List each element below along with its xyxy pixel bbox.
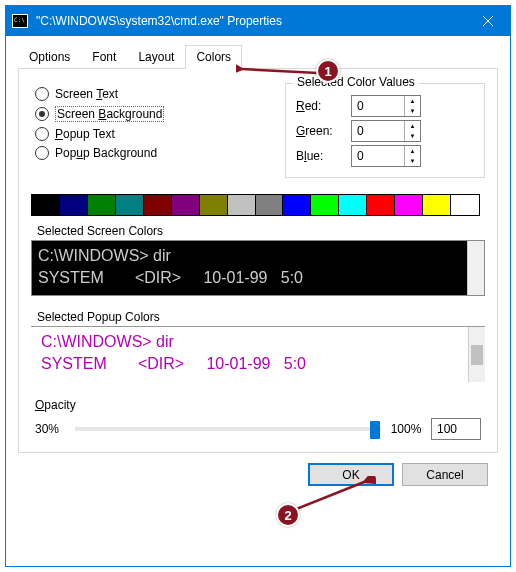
swatch-10[interactable] [311, 195, 339, 215]
swatch-6[interactable] [200, 195, 228, 215]
label-screen-preview: Selected Screen Colors [37, 224, 485, 238]
opacity-input[interactable] [431, 418, 481, 440]
ok-button[interactable]: OK [308, 463, 394, 486]
preview-screen: C:\WINDOWS> dir SYSTEM <DIR> 10-01-99 5:… [31, 240, 485, 296]
green-up-icon[interactable]: ▲ [405, 121, 420, 131]
scrollbar[interactable] [468, 327, 485, 382]
red-down-icon[interactable]: ▼ [405, 106, 420, 116]
dialog-footer: OK Cancel [18, 453, 498, 486]
label-blue: Blue: [296, 149, 351, 163]
opacity-group: Opacity 30% 100% [31, 398, 485, 440]
tabs: Options Font Layout Colors [18, 44, 498, 69]
opacity-slider[interactable] [75, 419, 381, 439]
swatch-8[interactable] [256, 195, 284, 215]
green-down-icon[interactable]: ▼ [405, 131, 420, 141]
opacity-min: 30% [35, 422, 75, 436]
spinner-green[interactable]: 0 ▲▼ [351, 120, 421, 142]
swatch-11[interactable] [339, 195, 367, 215]
color-target-radios: Screen Text Screen Background Popup Text… [31, 83, 285, 178]
swatch-15[interactable] [451, 195, 479, 215]
properties-window: "C:\WINDOWS\system32\cmd.exe" Properties… [5, 5, 511, 567]
preview-popup: C:\WINDOWS> dir SYSTEM <DIR> 10-01-99 5:… [31, 326, 485, 382]
swatch-9[interactable] [283, 195, 311, 215]
titlebar: "C:\WINDOWS\system32\cmd.exe" Properties [6, 6, 510, 36]
radio-popup-text[interactable]: Popup Text [35, 127, 285, 141]
swatch-3[interactable] [116, 195, 144, 215]
cmd-icon [12, 14, 28, 28]
swatch-14[interactable] [423, 195, 451, 215]
radio-popup-background[interactable]: Popup Background [35, 146, 285, 160]
color-palette [31, 194, 480, 216]
spinner-blue[interactable]: 0 ▲▼ [351, 145, 421, 167]
tab-font[interactable]: Font [81, 45, 127, 69]
swatch-4[interactable] [144, 195, 172, 215]
swatch-7[interactable] [228, 195, 256, 215]
tab-page-colors: Screen Text Screen Background Popup Text… [18, 69, 498, 453]
radio-screen-text[interactable]: Screen Text [35, 87, 285, 101]
swatch-12[interactable] [367, 195, 395, 215]
window-title: "C:\WINDOWS\system32\cmd.exe" Properties [36, 14, 465, 28]
spinner-red[interactable]: 0 ▲▼ [351, 95, 421, 117]
scrollbar[interactable] [467, 241, 484, 295]
swatch-13[interactable] [395, 195, 423, 215]
red-up-icon[interactable]: ▲ [405, 96, 420, 106]
swatch-1[interactable] [60, 195, 88, 215]
tab-layout[interactable]: Layout [127, 45, 185, 69]
swatch-0[interactable] [32, 195, 60, 215]
label-popup-preview: Selected Popup Colors [37, 310, 485, 324]
swatch-2[interactable] [88, 195, 116, 215]
radio-screen-background[interactable]: Screen Background [35, 106, 285, 122]
annotation-badge-1: 1 [316, 59, 340, 83]
tab-options[interactable]: Options [18, 45, 81, 69]
blue-up-icon[interactable]: ▲ [405, 146, 420, 156]
annotation-badge-2: 2 [276, 503, 300, 527]
blue-down-icon[interactable]: ▼ [405, 156, 420, 166]
close-button[interactable] [465, 6, 510, 36]
opacity-max: 100% [381, 422, 431, 436]
label-opacity: Opacity [35, 398, 481, 412]
group-selected-color-values: Selected Color Values Red: 0 ▲▼ Green: 0… [285, 83, 485, 178]
swatch-5[interactable] [172, 195, 200, 215]
cancel-button[interactable]: Cancel [402, 463, 488, 486]
tab-colors[interactable]: Colors [185, 45, 242, 69]
label-green: Green: [296, 124, 351, 138]
label-red: Red: [296, 99, 351, 113]
